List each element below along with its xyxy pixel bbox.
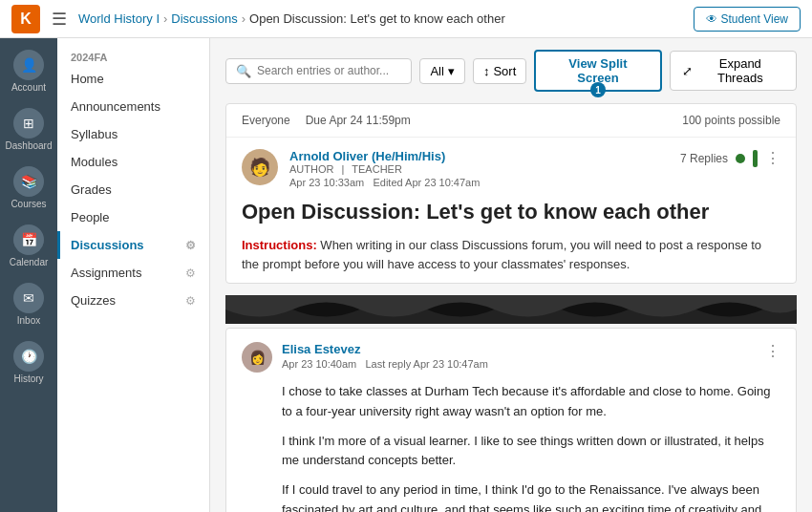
expand-icon: ⤢: [682, 64, 693, 78]
thread-right: 7 Replies ⋮: [680, 149, 780, 167]
breadcrumb-sep-1: ›: [163, 11, 167, 26]
hamburger-icon[interactable]: ☰: [52, 9, 67, 30]
main-layout: 👤 Account ⊞ Dashboard 📚 Courses 📅 Calend…: [0, 38, 812, 512]
dashboard-icon: ⊞: [13, 108, 44, 139]
sidebar-term: 2024FA: [57, 46, 209, 65]
instructions-body: When writing in our class Discussions fo…: [242, 238, 761, 271]
author-date: Apr 23 10:33am Edited Apr 23 10:47am: [289, 177, 669, 188]
filter-label: All: [430, 64, 443, 78]
discussions-nav-icon: ⚙: [185, 239, 196, 252]
sidebar-item-people[interactable]: People: [57, 203, 209, 231]
courses-label: Courses: [11, 199, 46, 209]
courses-icon: 📚: [13, 166, 44, 197]
logo-icon: K: [11, 5, 40, 33]
left-icon-nav: 👤 Account ⊞ Dashboard 📚 Courses 📅 Calend…: [0, 38, 57, 512]
account-label: Account: [11, 82, 46, 93]
history-label: History: [13, 373, 43, 384]
content-area: 🔍 All ▾ ↕ Sort View Split Screen 1 ⤢ Exp…: [210, 38, 812, 512]
reply-author-info: Elisa Estevez Apr 23 10:40am Last reply …: [282, 342, 756, 370]
sidebar-item-discussions[interactable]: Discussions ⚙: [57, 231, 209, 259]
breadcrumb: World History I › Discussions › Open Dis…: [78, 11, 505, 26]
breadcrumb-sep-2: ›: [242, 11, 246, 26]
reply-author-avatar: 👩: [242, 342, 272, 373]
quizzes-nav-icon: ⚙: [185, 294, 196, 308]
points-possible: 100 points possible: [682, 114, 780, 127]
calendar-icon: 📅: [13, 224, 44, 255]
header-meta: Everyone: [242, 114, 290, 127]
reply-para-2: I think I'm more of a visual learner. I …: [282, 432, 780, 472]
student-view-button[interactable]: 👁 Student View: [694, 7, 801, 32]
author-tags: AUTHOR | TEACHER: [289, 163, 669, 175]
discussion-header: Everyone Due Apr 24 11:59pm 100 points p…: [226, 104, 796, 138]
filter-dropdown[interactable]: All ▾: [419, 58, 464, 84]
author-name: Arnold Oliver (He/Him/His): [289, 149, 669, 163]
reply-meta: Apr 23 10:40am Last reply Apr 23 10:47am: [282, 358, 756, 370]
reply-para-1: I chose to take classes at Durham Tech b…: [282, 382, 780, 422]
author-avatar: 🧑: [242, 149, 278, 185]
sidebar-item-home[interactable]: Home: [57, 65, 209, 93]
search-icon: 🔍: [236, 64, 251, 78]
sidebar-item-announcements[interactable]: Announcements: [57, 93, 209, 120]
discussion-toolbar: 🔍 All ▾ ↕ Sort View Split Screen 1 ⤢ Exp…: [225, 50, 797, 92]
breadcrumb-current: Open Discussion: Let's get to know each …: [249, 11, 505, 26]
breadcrumb-discussions[interactable]: Discussions: [171, 11, 237, 26]
split-screen-badge: 1: [590, 82, 606, 97]
instructions-text: Instructions: When writing in our class …: [226, 236, 796, 283]
sidebar-item-syllabus[interactable]: Syllabus: [57, 120, 209, 148]
reply-more-icon[interactable]: ⋮: [765, 342, 780, 360]
green-dot-icon: [736, 154, 745, 163]
breadcrumb-world-history[interactable]: World History I: [78, 11, 160, 26]
author-info: Arnold Oliver (He/Him/His) AUTHOR | TEAC…: [289, 149, 669, 188]
sort-button[interactable]: ↕ Sort: [473, 58, 526, 84]
top-nav: K ☰ World History I › Discussions › Open…: [0, 0, 812, 38]
account-avatar: 👤: [13, 50, 44, 80]
calendar-label: Calendar: [10, 257, 49, 267]
sidebar: 2024FA Home Announcements Syllabus Modul…: [57, 38, 210, 512]
inbox-label: Inbox: [17, 315, 40, 326]
more-options-icon[interactable]: ⋮: [765, 149, 780, 167]
chevron-down-icon: ▾: [448, 64, 455, 78]
expand-threads-button[interactable]: ⤢ Expand Threads: [670, 51, 797, 91]
author-role2: TEACHER: [352, 163, 402, 175]
nav-account[interactable]: 👤 Account: [0, 42, 57, 100]
author-role1: AUTHOR: [289, 163, 333, 175]
nav-calendar[interactable]: 📅 Calendar: [0, 217, 57, 275]
sidebar-item-modules[interactable]: Modules: [57, 148, 209, 176]
reply-author-name: Elisa Estevez: [282, 342, 756, 356]
nav-history[interactable]: 🕐 History: [0, 333, 57, 392]
sort-icon: ↕: [483, 64, 490, 78]
replies-count: 7 Replies: [680, 152, 728, 165]
green-bar-icon: [753, 150, 758, 167]
nav-inbox[interactable]: ✉ Inbox: [0, 275, 57, 333]
split-screen-button[interactable]: View Split Screen 1: [534, 50, 661, 92]
sidebar-item-quizzes[interactable]: Quizzes ⚙: [57, 287, 209, 314]
thread-author-row: 🧑 Arnold Oliver (He/Him/His) AUTHOR | TE…: [226, 138, 796, 196]
sidebar-item-grades[interactable]: Grades: [57, 176, 209, 203]
search-box[interactable]: 🔍: [225, 58, 412, 84]
inbox-icon: ✉: [13, 283, 44, 313]
assignments-nav-icon: ⚙: [185, 267, 196, 280]
search-input[interactable]: [257, 64, 401, 77]
dashboard-label: Dashboard: [6, 140, 53, 151]
instructions-label: Instructions:: [242, 238, 317, 252]
nav-courses[interactable]: 📚 Courses: [0, 159, 57, 217]
student-view-icon: 👁: [706, 12, 717, 26]
due-date: Due Apr 24 11:59pm: [306, 114, 411, 127]
discussion-title: Open Discussion: Let's get to know each …: [226, 196, 796, 236]
history-icon: 🕐: [13, 341, 44, 372]
wave-divider: [225, 295, 797, 324]
reply-author-row: 👩 Elisa Estevez Apr 23 10:40am Last repl…: [242, 342, 780, 373]
nav-dashboard[interactable]: ⊞ Dashboard: [0, 100, 57, 159]
reply-card: 👩 Elisa Estevez Apr 23 10:40am Last repl…: [225, 328, 797, 512]
discussion-main: Everyone Due Apr 24 11:59pm 100 points p…: [225, 103, 797, 284]
reply-para-3: If I could travel to any period in time,…: [282, 480, 780, 512]
sidebar-item-assignments[interactable]: Assignments ⚙: [57, 259, 209, 287]
reply-body: I chose to take classes at Durham Tech b…: [242, 382, 780, 512]
